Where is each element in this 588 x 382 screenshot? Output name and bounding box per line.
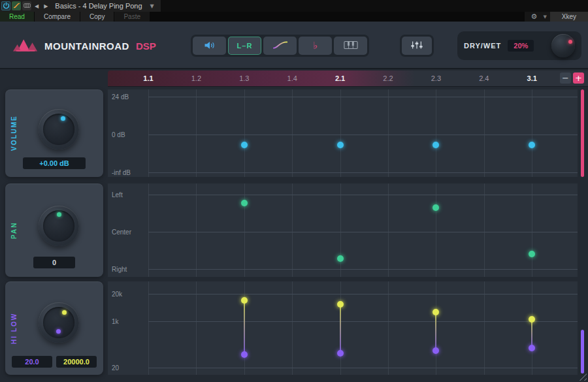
value-gridline bbox=[148, 232, 578, 232]
zoom-in-button[interactable]: + bbox=[573, 72, 584, 84]
automation-point[interactable] bbox=[529, 345, 535, 351]
filter-lane-button[interactable] bbox=[263, 37, 297, 55]
automation-point[interactable] bbox=[433, 347, 439, 354]
beat-gridline bbox=[532, 89, 532, 177]
automation-point[interactable] bbox=[529, 251, 535, 257]
ruler-tick: 2.2 bbox=[383, 74, 393, 82]
compare-button[interactable]: Compare bbox=[35, 12, 80, 22]
point-connector bbox=[244, 300, 245, 355]
low-knob-indicator bbox=[56, 329, 61, 334]
brand-suffix: DSP bbox=[136, 40, 156, 52]
beat-gridline bbox=[388, 281, 389, 375]
drywet-value[interactable]: 20% bbox=[508, 40, 534, 52]
timeline-ruler[interactable]: 1.11.21.31.42.12.22.32.43.1 − + bbox=[108, 71, 588, 87]
lane-axis-label: 24 dB bbox=[112, 93, 129, 101]
automation-point[interactable] bbox=[241, 351, 248, 358]
high-freq-value[interactable]: 20000.0 bbox=[56, 356, 97, 368]
lane-axis-label: 20 bbox=[112, 364, 119, 372]
volume-lane-button[interactable] bbox=[193, 37, 226, 55]
pan-lane-button[interactable]: L–R bbox=[228, 37, 261, 55]
beat-gridline bbox=[484, 89, 485, 177]
volume-knob-indicator bbox=[61, 116, 65, 121]
prev-preset-button[interactable]: ◀ bbox=[33, 3, 41, 9]
beat-gridline bbox=[196, 281, 197, 375]
hilow-lane-scrollbar[interactable] bbox=[581, 330, 584, 374]
ruler-tick: 3.1 bbox=[527, 74, 537, 82]
pan-knob-indicator bbox=[57, 212, 61, 217]
hilow-panel: HI LOW 20.0 20000.0 bbox=[5, 281, 103, 375]
read-button[interactable]: Read bbox=[0, 12, 34, 22]
plugin-window: MOUNTAINROAD DSP L–R bbox=[0, 22, 588, 382]
preset-name[interactable]: Basics - 4 Delay Ping Pong bbox=[51, 2, 146, 10]
automation-point[interactable] bbox=[241, 200, 248, 206]
beat-gridline bbox=[148, 281, 149, 375]
settings-gear-icon[interactable]: ⚙ bbox=[529, 12, 540, 21]
next-preset-button[interactable]: ▶ bbox=[42, 3, 50, 9]
beat-gridline bbox=[292, 89, 293, 177]
beat-gridline bbox=[196, 183, 197, 277]
keys-view-button[interactable] bbox=[334, 37, 367, 55]
volume-lane-scrollbar[interactable] bbox=[581, 89, 584, 177]
ruler-tick: 2.4 bbox=[479, 74, 489, 82]
settings-caret-icon[interactable]: ▼ bbox=[540, 14, 549, 20]
automation-point[interactable] bbox=[241, 297, 248, 304]
beat-gridline bbox=[436, 183, 436, 277]
lane-axis-label: Center bbox=[112, 229, 131, 236]
filter-curve-icon bbox=[272, 40, 288, 52]
drywet-knob[interactable] bbox=[551, 34, 575, 57]
automation-point[interactable] bbox=[337, 255, 344, 262]
value-gridline bbox=[148, 368, 578, 368]
pan-knob[interactable] bbox=[39, 206, 79, 246]
mixer-button[interactable] bbox=[402, 37, 432, 55]
beat-gridline bbox=[388, 183, 389, 277]
automation-point[interactable] bbox=[337, 142, 344, 148]
beat-gridline bbox=[148, 183, 149, 277]
beat-gridline bbox=[292, 183, 293, 277]
value-gridline bbox=[148, 195, 578, 195]
point-connector bbox=[531, 319, 532, 348]
xkey-button[interactable]: Xkey bbox=[550, 12, 588, 22]
point-connector bbox=[435, 312, 436, 351]
pan-value[interactable]: 0 bbox=[33, 257, 75, 268]
zoom-out-button[interactable]: − bbox=[560, 72, 571, 84]
speaker-icon bbox=[203, 39, 216, 53]
drywet-knob-indicator bbox=[568, 40, 572, 44]
titlebar-controls: ◀ ▶ Basics - 4 Delay Ping Pong ▼ bbox=[0, 0, 161, 12]
automation-point[interactable] bbox=[433, 142, 439, 148]
volume-lane[interactable]: 24 dB0 dB-inf dB bbox=[108, 89, 578, 177]
power-icon bbox=[3, 1, 10, 11]
beat-gridline bbox=[292, 281, 293, 375]
beat-gridline bbox=[340, 89, 341, 177]
automation-point[interactable] bbox=[241, 142, 248, 148]
automation-point[interactable] bbox=[433, 309, 439, 315]
power-button[interactable] bbox=[1, 1, 10, 10]
pitch-lane-button[interactable]: ♭ bbox=[299, 37, 332, 55]
drywet-label: DRY/WET bbox=[464, 42, 501, 50]
beat-gridline bbox=[436, 89, 436, 177]
automation-point[interactable] bbox=[529, 142, 535, 148]
drywet-section: DRY/WET 20% bbox=[457, 31, 581, 60]
value-gridline bbox=[148, 172, 578, 173]
automation-point[interactable] bbox=[337, 301, 344, 308]
ruler-tick: 1.4 bbox=[287, 74, 297, 82]
automation-point[interactable] bbox=[433, 204, 439, 211]
beat-gridline bbox=[244, 89, 245, 177]
pan-lane[interactable]: LeftCenterRight bbox=[108, 183, 578, 277]
beat-gridline bbox=[148, 89, 149, 177]
preset-browser-button[interactable] bbox=[22, 1, 31, 10]
hi-knob-indicator bbox=[62, 310, 67, 315]
preset-dropdown-caret[interactable]: ▼ bbox=[148, 3, 157, 9]
volume-knob[interactable] bbox=[39, 109, 79, 150]
value-gridline bbox=[148, 294, 578, 294]
ruler-tick: 2.1 bbox=[335, 74, 345, 82]
automation-point[interactable] bbox=[337, 350, 344, 357]
paste-button[interactable]: Paste bbox=[114, 12, 150, 22]
value-gridline bbox=[148, 135, 578, 135]
low-freq-value[interactable]: 20.0 bbox=[12, 356, 52, 368]
hilow-lane[interactable]: 20k1k20 bbox=[108, 281, 578, 375]
bypass-button[interactable] bbox=[12, 1, 21, 10]
copy-button[interactable]: Copy bbox=[80, 12, 114, 22]
value-gridline bbox=[148, 269, 578, 270]
hilow-knob[interactable] bbox=[39, 302, 79, 343]
volume-value[interactable]: +0.00 dB bbox=[23, 157, 86, 169]
